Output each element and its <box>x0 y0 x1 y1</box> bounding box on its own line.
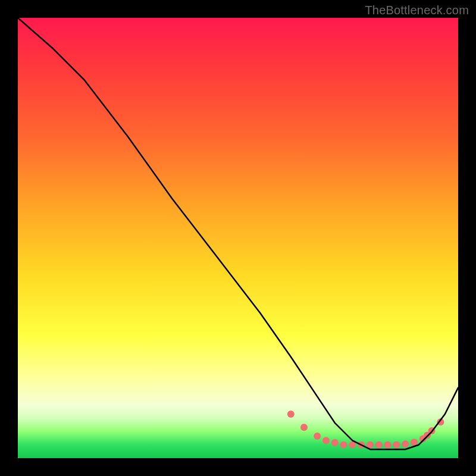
marker-dot <box>393 441 400 449</box>
chart-frame: TheBottleneck.com <box>0 0 476 476</box>
marker-dot <box>287 411 295 418</box>
marker-dot <box>322 437 330 444</box>
marker-dot <box>314 433 321 440</box>
marker-dot <box>402 440 409 447</box>
marker-dot <box>340 441 347 449</box>
plot-area <box>18 18 458 458</box>
marker-dot <box>300 424 308 431</box>
curve-line <box>18 18 458 449</box>
marker-dot <box>331 439 339 446</box>
marker-dot <box>384 441 392 449</box>
watermark-text: TheBottleneck.com <box>365 4 469 17</box>
marker-dot <box>375 441 383 449</box>
chart-svg <box>18 18 458 458</box>
